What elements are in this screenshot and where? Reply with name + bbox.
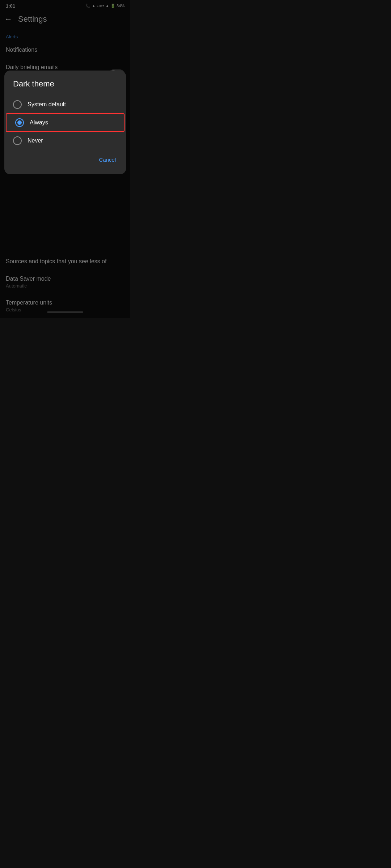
radio-option-never[interactable]: Never [4, 132, 126, 149]
radio-label-system-default: System default [28, 101, 66, 108]
radio-option-always[interactable]: Always [6, 113, 125, 132]
radio-circle-system-default [13, 100, 22, 109]
radio-label-always: Always [30, 119, 48, 126]
cancel-button[interactable]: Cancel [97, 154, 117, 166]
radio-circle-always [15, 118, 24, 127]
radio-label-never: Never [28, 137, 43, 144]
dialog-actions: Cancel [4, 149, 126, 169]
radio-circle-never [13, 136, 22, 145]
radio-option-system-default[interactable]: System default [4, 96, 126, 113]
dark-theme-dialog: Dark theme System default Always Never C… [4, 71, 126, 174]
dialog-title: Dark theme [4, 79, 126, 96]
